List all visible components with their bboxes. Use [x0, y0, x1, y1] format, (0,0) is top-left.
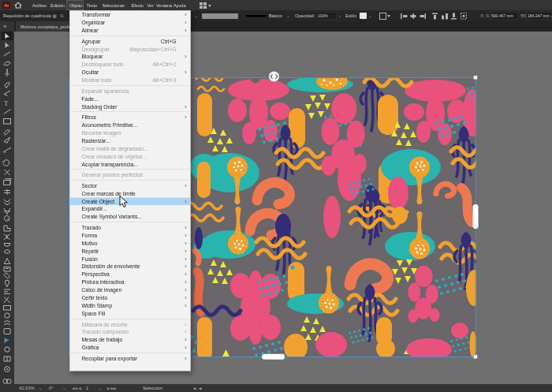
- svg-text:»: »: [3, 23, 7, 30]
- svg-text:T: T: [4, 99, 9, 107]
